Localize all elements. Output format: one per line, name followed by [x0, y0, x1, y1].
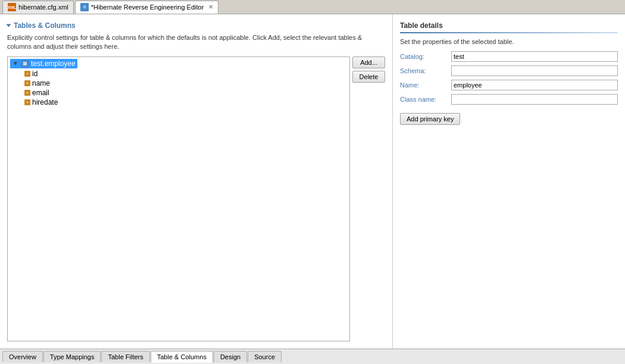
- right-panel: Table details Set the properties of the …: [393, 14, 625, 349]
- tree-item-root[interactable]: ▼ ▦ test.employee: [9, 58, 348, 69]
- delete-button[interactable]: Delete: [352, 71, 385, 83]
- section-toggle-icon: [7, 24, 11, 27]
- bottom-tabs: Overview Type Mappings Table Filters Tab…: [0, 349, 625, 364]
- col-icon-hiredate: ▪: [24, 99, 30, 105]
- class-name-row: Class name:: [400, 94, 618, 105]
- bottom-tab-table-filters[interactable]: Table Filters: [101, 351, 149, 362]
- bottom-tab-source-label: Source: [254, 353, 275, 360]
- schema-row: Schema:: [400, 65, 618, 76]
- bottom-tab-overview-label: Overview: [9, 353, 36, 360]
- bottom-tab-type-mappings-label: Type Mappings: [50, 353, 95, 360]
- main-content: Tables & Columns Explicitly control sett…: [0, 14, 625, 349]
- name-input[interactable]: [451, 80, 618, 90]
- name-label: Name:: [400, 81, 448, 89]
- catalog-row: Catalog:: [400, 51, 618, 62]
- section-header: Tables & Columns: [7, 21, 385, 30]
- tree-toggle-icon: ▼: [12, 60, 19, 67]
- panel-divider: [400, 32, 618, 33]
- col-icon-id: ▪: [24, 71, 30, 77]
- tree-child-email[interactable]: ▪ email: [23, 88, 348, 98]
- tree-child-id[interactable]: ▪ id: [23, 69, 348, 79]
- panel-desc: Set the properties of the selected table…: [400, 38, 618, 45]
- tab-close-icon[interactable]: ✕: [208, 4, 213, 10]
- left-panel: Tables & Columns Explicitly control sett…: [0, 14, 393, 349]
- tab-hibernate-cfg-label: hibernate.cfg.xml: [18, 4, 68, 11]
- col-icon-email: ▪: [24, 90, 30, 96]
- bottom-tab-table-filters-label: Table Filters: [108, 353, 143, 360]
- tab-bar: XML hibernate.cfg.xml ⚙ *Hibernate Rever…: [0, 0, 625, 14]
- table-icon: ▦: [21, 60, 29, 67]
- tree-child-hiredate[interactable]: ▪ hiredate: [23, 98, 348, 107]
- bottom-tab-table-columns[interactable]: Table & Columns: [151, 351, 213, 363]
- section-desc: Explicitly control settings for table & …: [7, 33, 385, 52]
- schema-input[interactable]: [451, 65, 618, 76]
- tree-child-hiredate-label: hiredate: [32, 98, 58, 106]
- tree-child-email-label: email: [32, 89, 49, 97]
- editor-icon: ⚙: [80, 3, 89, 11]
- tree-child-id-label: id: [32, 70, 38, 78]
- bottom-tab-table-columns-label: Table & Columns: [157, 353, 207, 360]
- tab-hibernate-cfg[interactable]: XML hibernate.cfg.xml: [2, 1, 74, 14]
- tree-container[interactable]: ▼ ▦ test.employee ▪ id ▪ name ▪: [7, 57, 350, 341]
- bottom-tab-overview[interactable]: Overview: [2, 351, 43, 362]
- bottom-tab-source[interactable]: Source: [248, 351, 282, 362]
- xml-icon: XML: [8, 3, 16, 11]
- tab-reverse-eng[interactable]: ⚙ *Hibernate Reverse Engineering Editor …: [75, 1, 219, 14]
- col-icon-name: ▪: [24, 80, 30, 86]
- tree-child-name-label: name: [32, 79, 50, 87]
- bottom-tab-design[interactable]: Design: [214, 351, 247, 362]
- section-title: Tables & Columns: [14, 21, 76, 30]
- schema-label: Schema:: [400, 67, 448, 74]
- buttons-col: Add... Delete: [352, 57, 385, 341]
- name-row: Name:: [400, 80, 618, 90]
- catalog-label: Catalog:: [400, 53, 448, 60]
- tree-children: ▪ id ▪ name ▪ email ▪ hiredate: [9, 69, 348, 107]
- catalog-input[interactable]: [451, 51, 618, 62]
- bottom-tab-design-label: Design: [220, 353, 240, 360]
- add-primary-key-button[interactable]: Add primary key: [400, 113, 460, 125]
- class-name-label: Class name:: [400, 96, 448, 103]
- class-name-input[interactable]: [451, 94, 618, 105]
- tree-buttons-row: ▼ ▦ test.employee ▪ id ▪ name ▪: [7, 57, 385, 341]
- add-button[interactable]: Add...: [352, 57, 385, 68]
- tab-reverse-eng-label: *Hibernate Reverse Engineering Editor: [91, 4, 204, 11]
- tree-root-label: test.employee: [31, 59, 76, 68]
- bottom-tab-type-mappings[interactable]: Type Mappings: [43, 351, 101, 362]
- tree-child-name[interactable]: ▪ name: [23, 79, 348, 88]
- panel-title: Table details: [400, 21, 618, 30]
